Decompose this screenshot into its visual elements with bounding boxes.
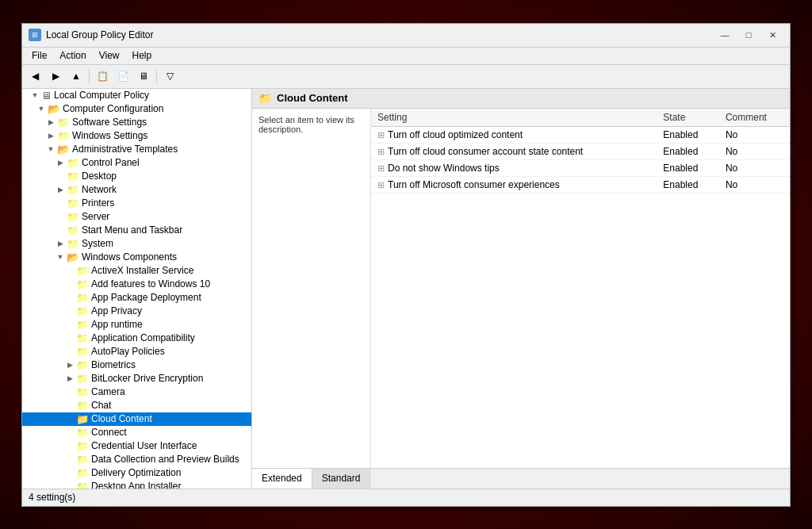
maximize-button[interactable]: □ xyxy=(737,27,760,43)
setting-comment: No xyxy=(719,143,790,159)
folder-icon-start-menu: 📁 xyxy=(67,224,79,236)
label-app-privacy: App Privacy xyxy=(91,305,142,316)
tree-item-server[interactable]: 📁Server xyxy=(22,210,251,224)
tree-item-cloud-content[interactable]: 📁Cloud Content xyxy=(22,412,251,426)
label-control-panel: Control Panel xyxy=(82,157,140,168)
tree-item-desktop-app[interactable]: 📁Desktop App Installer xyxy=(22,480,251,489)
tab-standard[interactable]: Standard xyxy=(312,469,371,489)
expand-admin-templates[interactable]: ▼ xyxy=(44,145,57,153)
toolbar: ◀ ▶ ▲ 📋 📄 🖥 ▽ xyxy=(22,65,790,89)
minimize-button[interactable]: — xyxy=(714,27,736,43)
title-bar: ⊞ Local Group Policy Editor — □ ✕ xyxy=(22,24,790,48)
folder-icon-software-settings: 📁 xyxy=(57,117,70,128)
folder-icon-server: 📁 xyxy=(67,211,79,223)
folder-icon-cloud-content: 📁 xyxy=(76,413,89,425)
show-hide-button[interactable]: 📋 xyxy=(93,67,112,85)
folder-icon-network: 📁 xyxy=(67,184,79,196)
menu-help[interactable]: Help xyxy=(126,48,159,63)
folder-icon-add-features: 📁 xyxy=(76,278,89,290)
main-window: ⊞ Local Group Policy Editor — □ ✕ File A… xyxy=(21,23,791,507)
filter-button[interactable]: ▽ xyxy=(160,67,179,85)
right-panel: 📁 Cloud Content Select an item to view i… xyxy=(252,89,790,489)
expand-software-settings[interactable]: ▶ xyxy=(44,118,57,126)
expand-biometrics[interactable]: ▶ xyxy=(63,361,76,369)
tree-item-desktop[interactable]: 📁Desktop xyxy=(22,170,251,183)
tree-item-admin-templates[interactable]: ▼📂Administrative Templates xyxy=(22,143,251,156)
tree-item-activex[interactable]: 📁ActiveX Installer Service xyxy=(22,264,251,278)
tree-item-software-settings[interactable]: ▶📁Software Settings xyxy=(22,116,251,129)
folder-icon-admin-templates: 📂 xyxy=(57,144,70,155)
help-button[interactable]: 🖥 xyxy=(134,67,153,85)
tree-item-app-runtime[interactable]: 📁App runtime xyxy=(22,318,251,332)
window-controls: — □ ✕ xyxy=(714,27,783,43)
tree-item-start-menu[interactable]: 📁Start Menu and Taskbar xyxy=(22,224,251,237)
tree-item-printers[interactable]: 📁Printers xyxy=(22,197,251,210)
tree-item-system[interactable]: ▶📁System xyxy=(22,237,251,251)
root-icon: 🖥 xyxy=(41,90,52,102)
setting-name: ⊞Turn off cloud consumer account state c… xyxy=(371,143,657,159)
folder-icon-activex: 📁 xyxy=(76,265,89,277)
label-printers: Printers xyxy=(82,197,114,209)
tree-root[interactable]: ▼ 🖥 Local Computer Policy xyxy=(22,89,251,102)
tree-item-data-collection[interactable]: 📁Data Collection and Preview Builds xyxy=(22,453,251,466)
tree-item-camera[interactable]: 📁Camera xyxy=(22,385,251,399)
forward-button[interactable]: ▶ xyxy=(46,67,65,85)
setting-icon: ⊞ xyxy=(377,147,385,156)
label-app-compat: Application Compatibility xyxy=(91,332,195,343)
table-row[interactable]: ⊞Turn off cloud optimized contentEnabled… xyxy=(371,126,790,143)
menu-view[interactable]: View xyxy=(93,48,126,63)
label-credential-ui: Credential User Interface xyxy=(91,440,197,451)
tree-item-windows-components[interactable]: ▼📂Windows Components xyxy=(22,251,251,264)
tree-item-delivery-opt[interactable]: 📁Delivery Optimization xyxy=(22,466,251,480)
expand-bitlocker[interactable]: ▶ xyxy=(63,374,76,382)
setting-comment: No xyxy=(719,176,790,193)
col-setting[interactable]: Setting xyxy=(371,109,657,127)
label-system: System xyxy=(82,238,113,249)
label-app-runtime: App runtime xyxy=(91,319,143,330)
expand-computer-config[interactable]: ▼ xyxy=(35,105,48,113)
menu-action[interactable]: Action xyxy=(53,48,92,63)
table-row[interactable]: ⊞Turn off Microsoft consumer experiences… xyxy=(371,176,790,193)
folder-icon-data-collection: 📁 xyxy=(76,454,89,466)
expand-windows-settings[interactable]: ▶ xyxy=(44,132,57,140)
tree-item-computer-config[interactable]: ▼📂Computer Configuration xyxy=(22,102,251,116)
expand-system[interactable]: ▶ xyxy=(54,240,67,247)
panel-title: Cloud Content xyxy=(277,92,348,104)
setting-state: Enabled xyxy=(657,159,719,176)
up-button[interactable]: ▲ xyxy=(67,67,86,85)
tree-item-app-package[interactable]: 📁App Package Deployment xyxy=(22,291,251,305)
expand-control-panel[interactable]: ▶ xyxy=(54,159,67,167)
back-button[interactable]: ◀ xyxy=(25,67,44,85)
menu-file[interactable]: File xyxy=(25,48,53,63)
settings-table: Setting State Comment ⊞Turn off cloud op… xyxy=(371,109,790,468)
col-state[interactable]: State xyxy=(657,109,719,127)
main-content: ▼ 🖥 Local Computer Policy ▼📂Computer Con… xyxy=(22,89,790,489)
tree-item-bitlocker[interactable]: ▶📁BitLocker Drive Encryption xyxy=(22,372,251,385)
table-row[interactable]: ⊞Turn off cloud consumer account state c… xyxy=(371,143,790,159)
setting-state: Enabled xyxy=(657,176,719,193)
col-comment[interactable]: Comment xyxy=(719,109,790,127)
properties-button[interactable]: 📄 xyxy=(113,67,132,85)
description-text: Select an item to view its description. xyxy=(259,115,354,134)
tree-item-autoplay[interactable]: 📁AutoPlay Policies xyxy=(22,345,251,358)
tree-item-network[interactable]: ▶📁Network xyxy=(22,183,251,197)
tree-item-app-privacy[interactable]: 📁App Privacy xyxy=(22,305,251,318)
tree-item-connect[interactable]: 📁Connect xyxy=(22,426,251,439)
tree-item-windows-settings[interactable]: ▶📁Windows Settings xyxy=(22,129,251,143)
expand-network[interactable]: ▶ xyxy=(54,186,67,194)
tree-item-biometrics[interactable]: ▶📁Biometrics xyxy=(22,358,251,372)
expand-windows-components[interactable]: ▼ xyxy=(54,253,67,261)
close-button[interactable]: ✕ xyxy=(761,27,783,43)
label-software-settings: Software Settings xyxy=(72,117,147,128)
tree-item-chat[interactable]: 📁Chat xyxy=(22,399,251,412)
table-row[interactable]: ⊞Do not show Windows tipsEnabledNo xyxy=(371,159,790,176)
tree-item-control-panel[interactable]: ▶📁Control Panel xyxy=(22,156,251,170)
root-expand[interactable]: ▼ xyxy=(29,91,41,99)
tree-item-app-compat[interactable]: 📁Application Compatibility xyxy=(22,332,251,345)
tab-extended[interactable]: Extended xyxy=(252,469,312,489)
tree-item-credential-ui[interactable]: 📁Credential User Interface xyxy=(22,439,251,453)
folder-icon-windows-components: 📂 xyxy=(67,251,79,263)
label-app-package: App Package Deployment xyxy=(91,292,201,303)
folder-icon-autoplay: 📁 xyxy=(76,346,89,358)
tree-item-add-features[interactable]: 📁Add features to Windows 10 xyxy=(22,278,251,291)
